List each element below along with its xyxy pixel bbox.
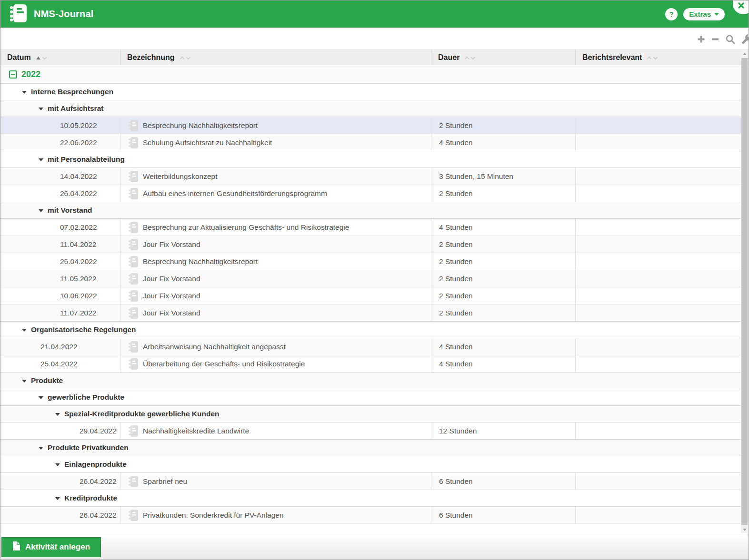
- column-header-berichtsrelevant[interactable]: Berichtsrelevant: [576, 50, 741, 65]
- activity-date: 10.06.2022: [0, 292, 97, 300]
- sort-icon[interactable]: [647, 56, 658, 60]
- group-row[interactable]: mit Personalabteilung: [0, 151, 741, 168]
- collapse-caret-icon[interactable]: [22, 329, 27, 332]
- activity-row[interactable]: 21.04.2022 Arbeitsanweisung Nachhaltigke…: [0, 338, 741, 355]
- table-body: 2022 interne Besprechungen mit Aufsichts…: [0, 65, 749, 534]
- activity-duration: 4 Stunden: [439, 223, 473, 232]
- activity-row[interactable]: 29.04.2022 Nachhaltigkeitskredite Landwi…: [0, 422, 741, 440]
- scroll-down-icon[interactable]: [741, 526, 748, 533]
- sort-icon[interactable]: [464, 56, 476, 60]
- titlebar: NMS-Journal ? Extras: [0, 0, 749, 28]
- journal-entry-icon: [128, 341, 139, 353]
- cell-bezeichnung: Jour Fix Vorstand: [120, 236, 431, 253]
- group-row[interactable]: Organisatorische Regelungen: [0, 321, 741, 338]
- activity-row[interactable]: 11.04.2022 Jour Fix Vorstand 2 Stunden: [0, 236, 741, 253]
- year-row[interactable]: 2022: [0, 65, 741, 84]
- cell-berichtsrelevant: [576, 270, 741, 287]
- activity-name: Besprechung Nachhaltigkeitsreport: [143, 257, 258, 266]
- collapse-caret-icon[interactable]: [39, 209, 43, 212]
- activity-row[interactable]: 22.06.2022 Schulung Aufsichtsrat zu Nach…: [0, 134, 741, 151]
- column-label: Datum: [7, 53, 31, 62]
- activity-name: Überarbeitung der Geschäfts- und Risikos…: [143, 360, 305, 368]
- scroll-up-icon[interactable]: [741, 50, 748, 58]
- remove-icon[interactable]: [711, 35, 719, 43]
- cell-dauer: 6 Stunden: [431, 507, 576, 523]
- collapse-caret-icon[interactable]: [22, 91, 27, 94]
- group-row[interactable]: interne Besprechungen: [0, 83, 741, 100]
- activity-row[interactable]: 14.04.2022 Weiterbildungskonzept 3 Stund…: [0, 168, 741, 185]
- close-button[interactable]: [733, 0, 749, 14]
- cell-datum: 26.04.2022: [0, 473, 120, 490]
- cell-bezeichnung: Jour Fix Vorstand: [120, 305, 431, 321]
- activity-row[interactable]: 11.05.2022 Jour Fix Vorstand 2 Stunden: [0, 270, 741, 287]
- cell-berichtsrelevant: [576, 305, 741, 321]
- chevron-down-icon: [714, 13, 719, 16]
- cell-bezeichnung: Arbeitsanweisung Nachhaltigkeit angepass…: [120, 338, 431, 355]
- collapse-caret-icon[interactable]: [39, 396, 43, 399]
- activity-name: Aufbau eines internen Gesundheitsförderu…: [143, 189, 327, 198]
- activity-row[interactable]: 26.04.2022 Sparbrief neu 6 Stunden: [0, 473, 741, 490]
- collapse-caret-icon[interactable]: [39, 447, 43, 450]
- activity-date: 26.04.2022: [0, 511, 117, 520]
- extras-button[interactable]: Extras: [683, 8, 725, 20]
- activity-row[interactable]: 26.04.2022 Besprechung Nachhaltigkeitsre…: [0, 253, 741, 270]
- cell-bezeichnung: Besprechung zur Aktualisierung Geschäfts…: [120, 219, 431, 236]
- group-row[interactable]: Produkte Privatkunden: [0, 439, 741, 456]
- collapse-caret-icon[interactable]: [39, 108, 43, 110]
- search-icon[interactable]: [725, 34, 735, 44]
- column-header-datum[interactable]: Datum: [0, 50, 120, 65]
- activity-row[interactable]: 26.04.2022 Aufbau eines internen Gesundh…: [0, 185, 741, 202]
- close-icon: [738, 2, 745, 11]
- cell-dauer: 12 Stunden: [431, 422, 576, 439]
- help-button[interactable]: ?: [665, 8, 678, 20]
- group-row[interactable]: mit Vorstand: [0, 202, 741, 219]
- vertical-scrollbar[interactable]: [741, 50, 748, 533]
- cell-bezeichnung: Aufbau eines internen Gesundheitsförderu…: [120, 185, 431, 202]
- collapse-minus-icon[interactable]: [9, 70, 17, 79]
- group-row[interactable]: Spezial-Kreditprodukte gewerbliche Kunde…: [0, 405, 741, 422]
- group-row[interactable]: gewerbliche Produkte: [0, 389, 741, 406]
- activity-row[interactable]: 11.07.2022 Jour Fix Vorstand 2 Stunden: [0, 305, 741, 322]
- journal-logo-icon: [9, 3, 28, 25]
- cell-berichtsrelevant: [576, 507, 741, 523]
- cell-berichtsrelevant: [576, 134, 741, 151]
- activity-name: Schulung Aufsichtsrat zu Nachhaltigkeit: [143, 138, 272, 147]
- add-icon[interactable]: [697, 35, 705, 43]
- journal-entry-icon: [128, 187, 139, 200]
- group-label: gewerbliche Produkte: [48, 393, 124, 402]
- activity-name: Besprechung zur Aktualisierung Geschäfts…: [143, 223, 349, 232]
- collapse-caret-icon[interactable]: [39, 158, 43, 161]
- cell-bezeichnung: Überarbeitung der Geschäfts- und Risikos…: [120, 355, 431, 372]
- column-header-bezeichnung[interactable]: Bezeichnung: [120, 50, 431, 65]
- group-row[interactable]: Produkte: [0, 372, 741, 389]
- activity-row[interactable]: 10.06.2022 Jour Fix Vorstand 2 Stunden: [0, 287, 741, 305]
- collapse-caret-icon[interactable]: [55, 497, 60, 500]
- activity-row[interactable]: 10.05.2022 Besprechung Nachhaltigkeitsre…: [0, 117, 741, 134]
- group-label: mit Aufsichtsrat: [48, 104, 103, 113]
- activity-row[interactable]: 25.04.2022 Überarbeitung der Geschäfts- …: [0, 355, 741, 373]
- collapse-caret-icon[interactable]: [55, 413, 60, 416]
- sort-asc-icon[interactable]: [36, 56, 47, 60]
- cell-bezeichnung: Jour Fix Vorstand: [120, 287, 431, 304]
- activity-row[interactable]: 26.04.2022 Privatkunden: Sonderkredit fü…: [0, 507, 741, 524]
- scrollbar-thumb[interactable]: [741, 58, 748, 525]
- create-activity-button[interactable]: Aktivität anlegen: [1, 537, 101, 557]
- group-label: Organisatorische Regelungen: [31, 325, 136, 334]
- cell-dauer: 2 Stunden: [431, 270, 576, 287]
- collapse-caret-icon[interactable]: [22, 380, 27, 383]
- cell-bezeichnung: Jour Fix Vorstand: [120, 270, 431, 287]
- journal-entry-icon: [128, 238, 139, 251]
- group-row[interactable]: Einlagenprodukte: [0, 456, 741, 473]
- column-header-dauer[interactable]: Dauer: [431, 50, 576, 65]
- collapse-caret-icon[interactable]: [55, 463, 60, 466]
- cell-datum: 11.07.2022: [0, 305, 120, 321]
- sort-icon[interactable]: [180, 56, 191, 60]
- group-row[interactable]: Kreditprodukte: [0, 490, 741, 507]
- cell-datum: 11.05.2022: [0, 270, 120, 287]
- settings-wrench-icon[interactable]: [741, 34, 749, 44]
- activity-duration: 2 Stunden: [439, 292, 473, 300]
- group-row[interactable]: mit Aufsichtsrat: [0, 100, 741, 117]
- activity-duration: 4 Stunden: [439, 343, 473, 351]
- activity-row[interactable]: 07.02.2022 Besprechung zur Aktualisierun…: [0, 219, 741, 236]
- footer: Aktivität anlegen: [0, 534, 749, 560]
